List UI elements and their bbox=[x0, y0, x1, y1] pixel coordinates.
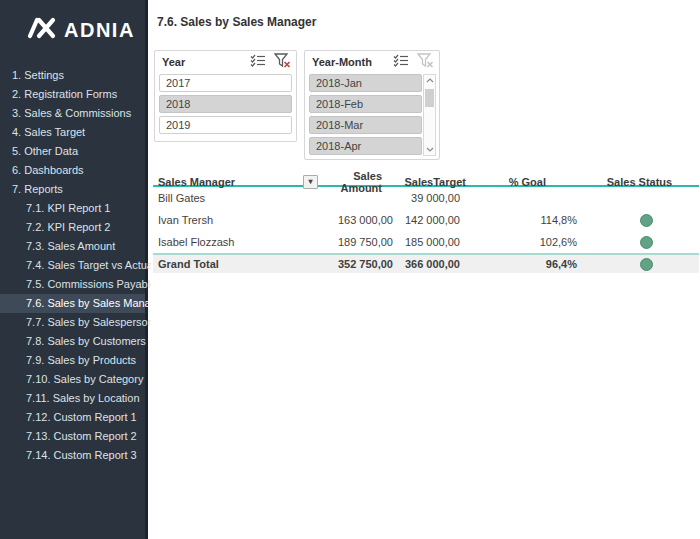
sidebar-item-7-3-sales-amount[interactable]: 7.3. Sales Amount bbox=[0, 237, 145, 256]
slicer-item-2018[interactable]: 2018 bbox=[159, 95, 292, 113]
sales-amount-cell: 163 000,00 bbox=[318, 214, 398, 226]
scroll-up-icon[interactable] bbox=[424, 75, 435, 86]
slicer-item-2017[interactable]: 2017 bbox=[159, 74, 292, 92]
table-row: Bill Gates39 000,00 bbox=[153, 187, 699, 209]
slicer-item-2019[interactable]: 2019 bbox=[159, 116, 292, 134]
pct-goal-cell: 96,4% bbox=[468, 258, 580, 270]
slicer-scrollbar[interactable] bbox=[423, 74, 436, 156]
slicer-item-2018-feb[interactable]: 2018-Feb bbox=[309, 95, 422, 113]
col-pct-goal: % Goal bbox=[468, 176, 580, 188]
slicer-item-2018-jan[interactable]: 2018-Jan bbox=[309, 74, 422, 92]
sidebar-item-6-dashboards[interactable]: 6. Dashboards bbox=[0, 161, 145, 180]
row-labels-filter-icon[interactable]: ▾ bbox=[303, 175, 318, 189]
sidebar-item-2-registration-forms[interactable]: 2. Registration Forms bbox=[0, 85, 145, 104]
scrollbar-thumb[interactable] bbox=[425, 89, 434, 107]
year-slicer: Year bbox=[154, 50, 297, 142]
sidebar-item-7-7-sales-by-salesperson[interactable]: 7.7. Sales by Salesperson bbox=[0, 313, 145, 332]
year-month-slicer-title: Year-Month bbox=[312, 56, 393, 68]
multi-select-icon[interactable] bbox=[250, 53, 266, 71]
manager-cell: Grand Total bbox=[153, 258, 318, 270]
scrollbar-track[interactable] bbox=[424, 86, 435, 144]
app-window: ADNIA 1. Settings2. Registration Forms3.… bbox=[0, 0, 700, 539]
manager-cell: Bill Gates bbox=[153, 192, 318, 204]
sales-target-cell: 142 000,00 bbox=[398, 214, 468, 226]
status-green-dot bbox=[640, 214, 653, 227]
sidebar-item-7-2-kpi-report-2[interactable]: 7.2. KPI Report 2 bbox=[0, 218, 145, 237]
sidebar-item-7-10-sales-by-category[interactable]: 7.10. Sales by Category bbox=[0, 370, 145, 389]
pct-goal-cell: 114,8% bbox=[468, 214, 580, 226]
sales-by-manager-table: Sales Manager ▾ Sales Amount SalesTarget… bbox=[153, 170, 699, 273]
sidebar-item-7-4-sales-target-vs-actual[interactable]: 7.4. Sales Target vs Actual bbox=[0, 256, 145, 275]
sales-target-cell: 39 000,00 bbox=[398, 192, 468, 204]
sidebar-item-7-13-custom-report-2[interactable]: 7.13. Custom Report 2 bbox=[0, 427, 145, 446]
scroll-down-icon[interactable] bbox=[424, 144, 435, 155]
pct-goal-cell: 102,6% bbox=[468, 236, 580, 248]
sales-status-cell bbox=[580, 235, 699, 249]
sidebar-item-7-12-custom-report-1[interactable]: 7.12. Custom Report 1 bbox=[0, 408, 145, 427]
year-month-slicer: Year-Month bbox=[304, 50, 440, 160]
sidebar-item-7-8-sales-by-customers[interactable]: 7.8. Sales by Customers bbox=[0, 332, 145, 351]
sidebar-nav: 1. Settings2. Registration Forms3. Sales… bbox=[0, 66, 145, 465]
sidebar-item-5-other-data[interactable]: 5. Other Data bbox=[0, 142, 145, 161]
manager-cell: Ivan Trersh bbox=[153, 214, 318, 226]
sidebar-item-7-6-sales-by-sales-manager[interactable]: 7.6. Sales by Sales Manager bbox=[0, 294, 145, 313]
table-body: Bill Gates39 000,00Ivan Trersh163 000,00… bbox=[153, 187, 699, 273]
clear-filter-icon[interactable] bbox=[274, 53, 291, 72]
clear-filter-icon-disabled[interactable] bbox=[417, 53, 434, 72]
table-row: Isabel Flozzash189 750,00185 000,00102,6… bbox=[153, 231, 699, 253]
slicer-item-2018-mar[interactable]: 2018-Mar bbox=[309, 116, 422, 134]
sales-target-cell: 366 000,00 bbox=[398, 258, 468, 270]
sidebar-item-3-sales-commissions[interactable]: 3. Sales & Commissions bbox=[0, 104, 145, 123]
slicer-item-2018-apr[interactable]: 2018-Apr bbox=[309, 137, 422, 155]
col-sales-amount: Sales Amount bbox=[318, 170, 398, 194]
table-row: Ivan Trersh163 000,00142 000,00114,8% bbox=[153, 209, 699, 231]
sidebar-item-4-sales-target[interactable]: 4. Sales Target bbox=[0, 123, 145, 142]
sidebar-item-7-9-sales-by-products[interactable]: 7.9. Sales by Products bbox=[0, 351, 145, 370]
main-panel: 7.6. Sales by Sales Manager Year bbox=[151, 0, 700, 539]
sidebar-item-7-5-commissions-payable[interactable]: 7.5. Commissions Payable bbox=[0, 275, 145, 294]
grand-total-row: Grand Total352 750,00366 000,0096,4% bbox=[153, 253, 699, 273]
sidebar-item-1-settings[interactable]: 1. Settings bbox=[0, 66, 145, 85]
col-sales-target: SalesTarget bbox=[398, 176, 468, 188]
adnia-logo-icon bbox=[27, 16, 57, 44]
status-green-dot bbox=[640, 258, 653, 271]
sidebar-item-7-reports[interactable]: 7. Reports bbox=[0, 180, 145, 199]
col-sales-manager: Sales Manager bbox=[158, 176, 235, 188]
sales-status-cell bbox=[580, 257, 699, 271]
table-header-row: Sales Manager ▾ Sales Amount SalesTarget… bbox=[153, 170, 699, 187]
page-title: 7.6. Sales by Sales Manager bbox=[157, 15, 316, 29]
status-green-dot bbox=[640, 236, 653, 249]
col-sales-status: Sales Status bbox=[580, 176, 699, 188]
sales-amount-cell: 189 750,00 bbox=[318, 236, 398, 248]
sales-status-cell bbox=[580, 213, 699, 227]
sidebar-item-7-11-sales-by-location[interactable]: 7.11. Sales by Location bbox=[0, 389, 145, 408]
sidebar-item-7-14-custom-report-3[interactable]: 7.14. Custom Report 3 bbox=[0, 446, 145, 465]
logo-text: ADNIA bbox=[64, 19, 135, 42]
logo: ADNIA bbox=[0, 0, 145, 44]
year-slicer-title: Year bbox=[162, 56, 250, 68]
sidebar-item-7-1-kpi-report-1[interactable]: 7.1. KPI Report 1 bbox=[0, 199, 145, 218]
sidebar: ADNIA 1. Settings2. Registration Forms3.… bbox=[0, 0, 148, 539]
sales-target-cell: 185 000,00 bbox=[398, 236, 468, 248]
manager-cell: Isabel Flozzash bbox=[153, 236, 318, 248]
multi-select-icon[interactable] bbox=[393, 53, 409, 71]
sales-amount-cell: 352 750,00 bbox=[318, 258, 398, 270]
